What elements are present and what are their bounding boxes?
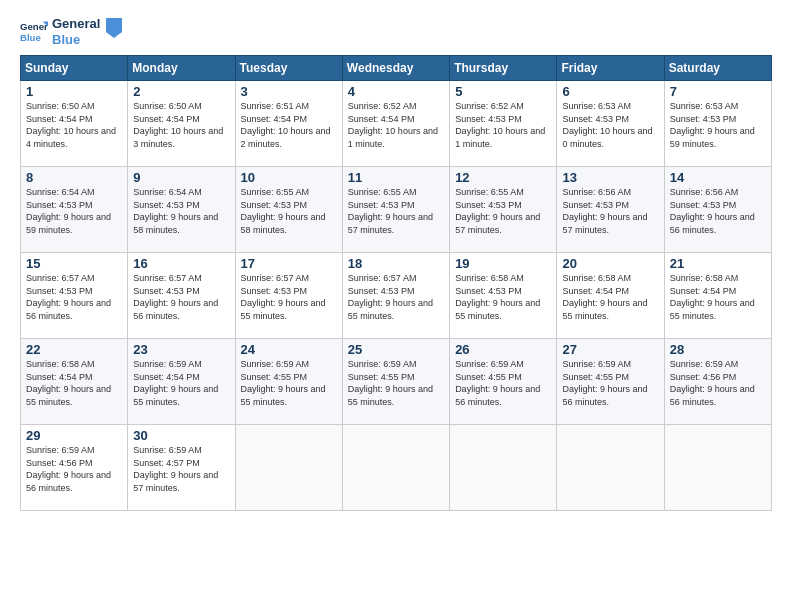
day-number: 23 [133,342,229,357]
day-info: Sunrise: 6:59 AM Sunset: 4:54 PM Dayligh… [133,358,229,408]
calendar-cell: 1 Sunrise: 6:50 AM Sunset: 4:54 PM Dayli… [21,81,128,167]
calendar-cell [342,425,449,511]
logo-arrow-icon [106,18,122,38]
logo: General Blue General Blue [20,16,122,47]
day-info: Sunrise: 6:57 AM Sunset: 4:53 PM Dayligh… [133,272,229,322]
day-number: 18 [348,256,444,271]
weekday-header-sunday: Sunday [21,56,128,81]
day-info: Sunrise: 6:58 AM Sunset: 4:54 PM Dayligh… [670,272,766,322]
day-number: 14 [670,170,766,185]
day-number: 9 [133,170,229,185]
day-info: Sunrise: 6:57 AM Sunset: 4:53 PM Dayligh… [241,272,337,322]
day-number: 3 [241,84,337,99]
day-number: 17 [241,256,337,271]
calendar-cell: 17 Sunrise: 6:57 AM Sunset: 4:53 PM Dayl… [235,253,342,339]
page-header: General Blue General Blue [20,16,772,47]
day-info: Sunrise: 6:58 AM Sunset: 4:54 PM Dayligh… [26,358,122,408]
day-number: 24 [241,342,337,357]
calendar-cell [664,425,771,511]
calendar-cell: 30 Sunrise: 6:59 AM Sunset: 4:57 PM Dayl… [128,425,235,511]
day-number: 25 [348,342,444,357]
day-number: 27 [562,342,658,357]
weekday-header-monday: Monday [128,56,235,81]
logo-blue: Blue [52,32,100,48]
calendar-cell: 3 Sunrise: 6:51 AM Sunset: 4:54 PM Dayli… [235,81,342,167]
day-info: Sunrise: 6:52 AM Sunset: 4:53 PM Dayligh… [455,100,551,150]
day-info: Sunrise: 6:53 AM Sunset: 4:53 PM Dayligh… [670,100,766,150]
calendar-cell: 10 Sunrise: 6:55 AM Sunset: 4:53 PM Dayl… [235,167,342,253]
day-number: 13 [562,170,658,185]
day-number: 26 [455,342,551,357]
logo-general: General [52,16,100,32]
calendar-cell: 13 Sunrise: 6:56 AM Sunset: 4:53 PM Dayl… [557,167,664,253]
calendar-cell: 12 Sunrise: 6:55 AM Sunset: 4:53 PM Dayl… [450,167,557,253]
weekday-header-tuesday: Tuesday [235,56,342,81]
day-number: 16 [133,256,229,271]
calendar-cell: 2 Sunrise: 6:50 AM Sunset: 4:54 PM Dayli… [128,81,235,167]
calendar-cell: 28 Sunrise: 6:59 AM Sunset: 4:56 PM Dayl… [664,339,771,425]
day-number: 29 [26,428,122,443]
day-number: 28 [670,342,766,357]
calendar-cell: 11 Sunrise: 6:55 AM Sunset: 4:53 PM Dayl… [342,167,449,253]
weekday-header-thursday: Thursday [450,56,557,81]
day-info: Sunrise: 6:53 AM Sunset: 4:53 PM Dayligh… [562,100,658,150]
day-info: Sunrise: 6:59 AM Sunset: 4:55 PM Dayligh… [455,358,551,408]
calendar-cell: 24 Sunrise: 6:59 AM Sunset: 4:55 PM Dayl… [235,339,342,425]
calendar-week-5: 29 Sunrise: 6:59 AM Sunset: 4:56 PM Dayl… [21,425,772,511]
calendar-cell: 23 Sunrise: 6:59 AM Sunset: 4:54 PM Dayl… [128,339,235,425]
calendar-cell [235,425,342,511]
calendar-cell: 16 Sunrise: 6:57 AM Sunset: 4:53 PM Dayl… [128,253,235,339]
day-info: Sunrise: 6:54 AM Sunset: 4:53 PM Dayligh… [133,186,229,236]
day-info: Sunrise: 6:59 AM Sunset: 4:55 PM Dayligh… [241,358,337,408]
calendar-cell: 22 Sunrise: 6:58 AM Sunset: 4:54 PM Dayl… [21,339,128,425]
day-number: 8 [26,170,122,185]
calendar-cell: 25 Sunrise: 6:59 AM Sunset: 4:55 PM Dayl… [342,339,449,425]
day-info: Sunrise: 6:56 AM Sunset: 4:53 PM Dayligh… [670,186,766,236]
day-info: Sunrise: 6:57 AM Sunset: 4:53 PM Dayligh… [348,272,444,322]
page-container: General Blue General Blue SundayMondayTu… [0,0,792,612]
day-info: Sunrise: 6:59 AM Sunset: 4:57 PM Dayligh… [133,444,229,494]
weekday-header-saturday: Saturday [664,56,771,81]
calendar-cell: 6 Sunrise: 6:53 AM Sunset: 4:53 PM Dayli… [557,81,664,167]
day-info: Sunrise: 6:50 AM Sunset: 4:54 PM Dayligh… [133,100,229,150]
calendar-cell: 20 Sunrise: 6:58 AM Sunset: 4:54 PM Dayl… [557,253,664,339]
calendar-cell: 8 Sunrise: 6:54 AM Sunset: 4:53 PM Dayli… [21,167,128,253]
calendar-cell: 15 Sunrise: 6:57 AM Sunset: 4:53 PM Dayl… [21,253,128,339]
day-number: 30 [133,428,229,443]
calendar-cell: 9 Sunrise: 6:54 AM Sunset: 4:53 PM Dayli… [128,167,235,253]
calendar-cell [450,425,557,511]
calendar-cell: 7 Sunrise: 6:53 AM Sunset: 4:53 PM Dayli… [664,81,771,167]
day-number: 1 [26,84,122,99]
day-info: Sunrise: 6:59 AM Sunset: 4:55 PM Dayligh… [348,358,444,408]
day-number: 7 [670,84,766,99]
day-number: 20 [562,256,658,271]
day-info: Sunrise: 6:57 AM Sunset: 4:53 PM Dayligh… [26,272,122,322]
day-info: Sunrise: 6:59 AM Sunset: 4:55 PM Dayligh… [562,358,658,408]
day-number: 10 [241,170,337,185]
svg-text:General: General [20,21,48,32]
weekday-header-wednesday: Wednesday [342,56,449,81]
day-info: Sunrise: 6:55 AM Sunset: 4:53 PM Dayligh… [455,186,551,236]
day-number: 21 [670,256,766,271]
weekday-header-friday: Friday [557,56,664,81]
calendar-cell: 27 Sunrise: 6:59 AM Sunset: 4:55 PM Dayl… [557,339,664,425]
day-info: Sunrise: 6:55 AM Sunset: 4:53 PM Dayligh… [241,186,337,236]
svg-text:Blue: Blue [20,31,41,42]
calendar-cell: 5 Sunrise: 6:52 AM Sunset: 4:53 PM Dayli… [450,81,557,167]
calendar-week-4: 22 Sunrise: 6:58 AM Sunset: 4:54 PM Dayl… [21,339,772,425]
day-number: 6 [562,84,658,99]
calendar-cell: 26 Sunrise: 6:59 AM Sunset: 4:55 PM Dayl… [450,339,557,425]
calendar-table: SundayMondayTuesdayWednesdayThursdayFrid… [20,55,772,511]
day-info: Sunrise: 6:52 AM Sunset: 4:54 PM Dayligh… [348,100,444,150]
day-info: Sunrise: 6:59 AM Sunset: 4:56 PM Dayligh… [26,444,122,494]
day-info: Sunrise: 6:55 AM Sunset: 4:53 PM Dayligh… [348,186,444,236]
day-info: Sunrise: 6:54 AM Sunset: 4:53 PM Dayligh… [26,186,122,236]
day-info: Sunrise: 6:59 AM Sunset: 4:56 PM Dayligh… [670,358,766,408]
calendar-cell: 18 Sunrise: 6:57 AM Sunset: 4:53 PM Dayl… [342,253,449,339]
calendar-cell: 29 Sunrise: 6:59 AM Sunset: 4:56 PM Dayl… [21,425,128,511]
day-number: 19 [455,256,551,271]
day-number: 2 [133,84,229,99]
day-info: Sunrise: 6:50 AM Sunset: 4:54 PM Dayligh… [26,100,122,150]
day-number: 15 [26,256,122,271]
calendar-cell: 14 Sunrise: 6:56 AM Sunset: 4:53 PM Dayl… [664,167,771,253]
